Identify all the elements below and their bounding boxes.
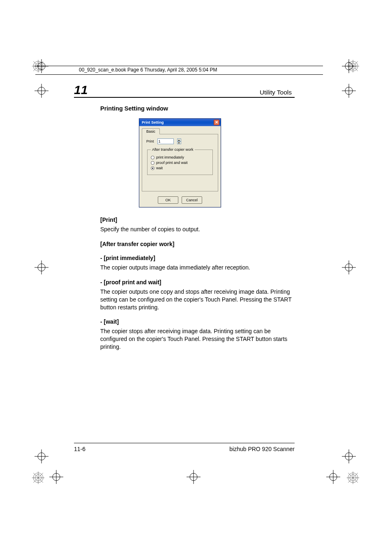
radio-icon[interactable] [151, 166, 154, 170]
registration-mark-icon [340, 448, 357, 465]
window-titlebar: Print Setting ✕ [139, 119, 221, 126]
print-heading: [Print] [100, 216, 296, 223]
radio-icon[interactable] [151, 161, 154, 165]
registration-mark-icon [340, 58, 357, 75]
registration-mark-icon [48, 468, 65, 486]
after-transfer-legend: After transfer copier work [151, 147, 195, 152]
radio-label: proof print and wait [156, 161, 188, 165]
tab-basic[interactable]: Basic [142, 128, 160, 134]
sunburst-icon [346, 471, 360, 485]
opt-wait-body: The copier stops after receiving image d… [100, 327, 296, 351]
dialog-button-bar: OK Cancel [139, 194, 221, 207]
close-icon[interactable]: ✕ [214, 120, 219, 125]
book-header: 00_920_scan_e.book Page 6 Thursday, Apri… [79, 67, 217, 73]
radio-label: wait [156, 166, 163, 170]
page-footer: 11-6 bizhub PRO 920 Scanner [74, 443, 295, 452]
opt-wait-heading: - [wait] [100, 318, 296, 325]
print-copies-field[interactable] [157, 138, 174, 144]
after-transfer-heading: [After transfer copier work] [100, 241, 296, 247]
radio-label: print immediately [156, 155, 184, 159]
print-copies-label: Print [146, 139, 154, 143]
chapter-number: 11 [74, 83, 88, 97]
radio-print-immediately[interactable]: print immediately [151, 155, 209, 159]
print-copies-stepper[interactable]: ▲ ▼ [177, 138, 181, 144]
print-setting-window: Print Setting ✕ Basic Print ▲ ▼ [139, 118, 221, 207]
registration-mark-icon [33, 82, 50, 99]
registration-mark-icon [325, 468, 342, 486]
print-setting-dialog-figure: Print Setting ✕ Basic Print ▲ ▼ [139, 118, 221, 207]
tab-panel-basic: Print ▲ ▼ After transfer copier work pri… [142, 134, 218, 191]
opt-proof-print-body: The copier outputs one copy and stops af… [100, 288, 296, 311]
ok-button[interactable]: OK [158, 196, 178, 204]
after-transfer-fieldset: After transfer copier work print immedia… [147, 147, 213, 175]
tab-row: Basic [139, 126, 221, 134]
registration-mark-icon [33, 259, 50, 276]
page: 00_920_scan_e.book Page 6 Thursday, Apri… [0, 0, 392, 555]
print-body: Specify the number of copies to output. [100, 226, 296, 233]
content-body: Printing Setting window Print Setting ✕ … [100, 105, 296, 357]
chevron-up-icon[interactable]: ▲ [177, 138, 181, 141]
window-title: Print Setting [142, 120, 164, 124]
opt-print-immediately-heading: - [print immediately] [100, 255, 296, 261]
registration-mark-icon [340, 82, 357, 99]
footer-page-number: 11-6 [74, 446, 85, 452]
footer-product-name: bizhub PRO 920 Scanner [229, 446, 295, 452]
registration-mark-icon [33, 448, 50, 465]
radio-icon[interactable] [151, 156, 154, 159]
opt-print-immediately-body: The copier outputs image data immediatel… [100, 264, 296, 272]
subsection-title: Printing Setting window [100, 105, 296, 112]
chevron-down-icon[interactable]: ▼ [177, 141, 181, 144]
cancel-button[interactable]: Cancel [182, 196, 202, 204]
registration-mark-icon [340, 259, 357, 276]
registration-mark-icon [185, 468, 202, 486]
sunburst-icon [31, 471, 45, 485]
radio-proof-print-and-wait[interactable]: proof print and wait [151, 161, 209, 165]
opt-proof-print-heading: - [proof print and wait] [100, 279, 296, 286]
chapter-title: Utility Tools [260, 89, 292, 96]
radio-wait[interactable]: wait [151, 166, 209, 170]
